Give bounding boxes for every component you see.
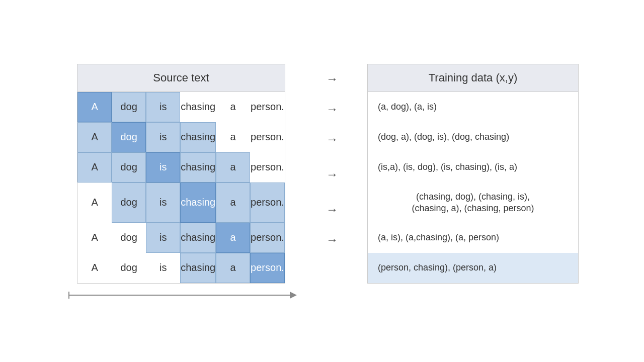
main-container: Source text Adogischasingaperson.Adogisc…: [65, 64, 579, 299]
token: is: [146, 92, 180, 122]
token: A: [77, 92, 112, 122]
row-arrow: →: [317, 94, 347, 124]
training-row: (is,a), (is, dog), (is, chasing), (is, a…: [368, 152, 578, 183]
training-rows: (a, dog), (a, is)(dog, a), (dog, is), (d…: [368, 92, 578, 283]
token: dog: [112, 152, 146, 183]
row-arrow: →: [317, 124, 347, 154]
token: A: [77, 223, 112, 253]
token: chasing: [180, 223, 216, 253]
training-row: (a, dog), (a, is): [368, 92, 578, 122]
token: dog: [112, 122, 146, 152]
token: is: [146, 122, 180, 152]
left-section: Source text Adogischasingaperson.Adogisc…: [65, 64, 297, 299]
training-text-line1: (chasing, dog), (chasing, is),: [416, 192, 530, 202]
token: A: [77, 253, 112, 283]
token: chasing: [180, 152, 216, 183]
token: a: [216, 223, 250, 253]
token: a: [216, 253, 250, 283]
source-header: Source text: [77, 64, 285, 92]
token: is: [146, 183, 180, 223]
bottom-arrow-wrapper: [65, 292, 297, 299]
training-row: (dog, a), (dog, is), (dog, chasing): [368, 122, 578, 152]
token: person.: [250, 253, 285, 283]
source-row: Adogischasingaperson.: [77, 152, 285, 183]
token: person.: [250, 152, 285, 183]
source-rows: Adogischasingaperson.Adogischasingaperso…: [77, 92, 285, 283]
token: a: [216, 183, 250, 223]
token: dog: [112, 92, 146, 122]
token: chasing: [180, 253, 216, 283]
training-row: (a, is), (a,chasing), (a, person): [368, 223, 578, 253]
source-row: Adogischasingaperson.: [77, 253, 285, 283]
token: chasing: [180, 92, 216, 122]
source-row: Adogischasingaperson.: [77, 92, 285, 122]
token: a: [216, 92, 250, 122]
row-arrow: →: [317, 225, 347, 255]
token: A: [77, 122, 112, 152]
token: is: [146, 253, 180, 283]
training-text: (dog, a), (dog, is), (dog, chasing): [378, 132, 509, 142]
training-text: (person, chasing), (person, a): [378, 262, 497, 273]
arrow-hline: [68, 295, 292, 296]
arrow-section: →→→→→→: [317, 64, 347, 255]
token: chasing: [180, 122, 216, 152]
token: dog: [112, 183, 146, 223]
token: chasing: [180, 183, 216, 223]
token: is: [146, 152, 180, 183]
token: dog: [112, 253, 146, 283]
token: a: [216, 152, 250, 183]
progress-arrow: [65, 292, 297, 299]
arrow-head: [290, 292, 297, 299]
token: person.: [250, 183, 285, 223]
row-arrow: →: [317, 64, 347, 94]
token: person.: [250, 92, 285, 122]
token: person.: [250, 223, 285, 253]
training-panel: Training data (x,y) (a, dog), (a, is)(do…: [367, 64, 579, 284]
token: a: [216, 122, 250, 152]
source-row: Adogischasingaperson.: [77, 183, 285, 223]
token: person.: [250, 122, 285, 152]
source-panel: Source text Adogischasingaperson.Adogisc…: [77, 64, 285, 284]
training-row: (chasing, dog), (chasing, is),(chasing, …: [368, 183, 578, 223]
training-row: (person, chasing), (person, a): [368, 253, 578, 283]
training-text: (a, is), (a,chasing), (a, person): [378, 232, 499, 243]
token: dog: [112, 223, 146, 253]
token: is: [146, 223, 180, 253]
training-header: Training data (x,y): [368, 64, 578, 92]
token: A: [77, 152, 112, 183]
training-text-line2: (chasing, a), (chasing, person): [412, 203, 534, 214]
row-arrow: →: [317, 154, 347, 195]
training-text: (a, dog), (a, is): [378, 102, 437, 112]
source-row: Adogischasingaperson.: [77, 122, 285, 152]
token: A: [77, 183, 112, 223]
source-row: Adogischasingaperson.: [77, 223, 285, 253]
training-text: (is,a), (is, dog), (is, chasing), (is, a…: [378, 162, 517, 172]
row-arrow: →: [317, 195, 347, 225]
